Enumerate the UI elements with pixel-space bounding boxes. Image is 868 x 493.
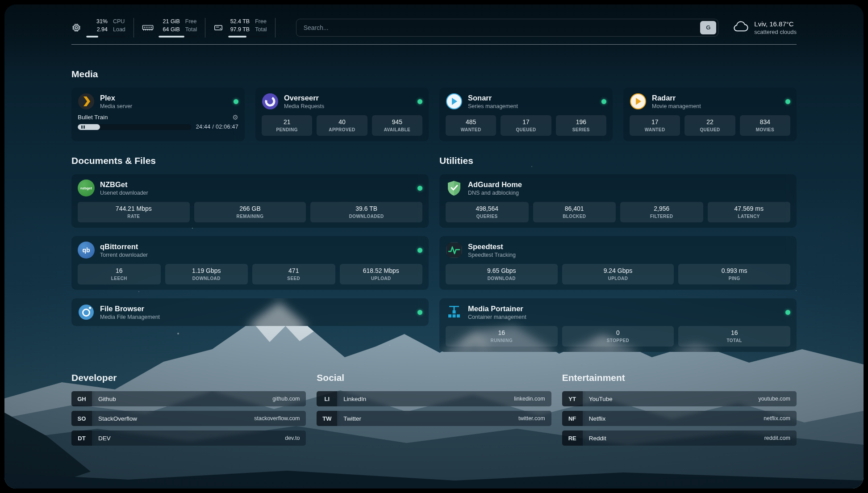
bookmark-row-twitter[interactable]: TW Twittertwitter.com — [317, 411, 551, 426]
weather-condition: scattered clouds — [754, 29, 797, 35]
service-subtitle: Movie management — [652, 103, 701, 109]
bookmark-name: Github — [98, 396, 116, 402]
bookmark-row-linkedin[interactable]: LI LinkedInlinkedin.com — [317, 391, 551, 406]
section-title-documents: Documents & Files — [71, 155, 429, 167]
stat-box: 485WANTED — [446, 115, 496, 136]
service-title: qBittorrent — [100, 242, 148, 251]
github-icon: GH — [71, 391, 92, 406]
service-card-qbittorrent[interactable]: qb qBittorrent Torrent downloader 16LEEC… — [71, 236, 429, 290]
disk-total: 97.9 TB — [228, 26, 250, 33]
filebrowser-icon — [78, 304, 95, 321]
bookmark-row-github[interactable]: GH Githubgithub.com — [71, 391, 306, 406]
service-subtitle: Usenet downloader — [100, 190, 148, 196]
service-card-overseerr[interactable]: Overseerr Media Requests 21PENDING 40APP… — [255, 88, 429, 141]
service-title: Overseerr — [284, 93, 324, 102]
stat-box: 2,956FILTERED — [620, 202, 703, 222]
memory-usage-fill — [159, 36, 184, 38]
bookmark-row-reddit[interactable]: RE Redditreddit.com — [562, 430, 797, 446]
bookmark-name: LinkedIn — [343, 396, 366, 402]
weather-text: Lviv, 16.87°C scattered clouds — [754, 20, 797, 35]
bookmark-group-social: Social LI LinkedInlinkedin.com TW Twitte… — [317, 372, 551, 446]
weather-widget: Lviv, 16.87°C scattered clouds — [731, 20, 797, 35]
memory-usage-bar — [159, 36, 197, 38]
service-stats: 485WANTED 17QUEUED 196SERIES — [446, 115, 606, 136]
stat-box: 16LEECH — [78, 264, 161, 284]
cpu-label: CPU — [113, 18, 125, 25]
bookmark-row-stackoverflow[interactable]: SO StackOverflowstackoverflow.com — [71, 411, 306, 426]
bookmark-url: dev.to — [285, 435, 300, 441]
service-subtitle: Container management — [468, 314, 526, 320]
service-card-sonarr[interactable]: Sonarr Series management 485WANTED 17QUE… — [439, 88, 613, 141]
search-engine-button[interactable]: G — [700, 21, 716, 34]
service-card-nzbget[interactable]: nzbget NZBGet Usenet downloader 744.21 M… — [71, 174, 429, 228]
stat-box: 9.24 GbpsUPLOAD — [562, 264, 674, 284]
service-subtitle: Series management — [468, 103, 518, 109]
bookmark-name: Netflix — [589, 415, 606, 422]
weather-location: Lviv, 16.87°C — [754, 20, 797, 28]
bookmark-row-dev[interactable]: DT DEVdev.to — [71, 430, 306, 446]
qbittorrent-icon: qb — [78, 242, 95, 259]
section-title-utilities: Utilities — [439, 155, 797, 167]
status-dot — [417, 186, 422, 191]
cpu-icon — [71, 23, 81, 33]
service-subtitle: DNS and adblocking — [468, 190, 522, 196]
bookmark-url: netflix.com — [764, 415, 790, 422]
bookmark-url: linkedin.com — [514, 396, 545, 402]
stat-box: 744.21 MbpsRATE — [78, 202, 190, 222]
service-card-speedtest[interactable]: Speedtest Speedtest Tracking 9.65 GbpsDO… — [439, 236, 797, 290]
service-stats: 9.65 GbpsDOWNLOAD 9.24 GbpsUPLOAD 0.993 … — [446, 264, 790, 284]
service-card-portainer[interactable]: Media Portainer Container management 16R… — [439, 298, 797, 352]
service-card-plex[interactable]: Plex Media server Bullet Train ⚙ — [71, 88, 245, 141]
stat-box: 16TOTAL — [678, 326, 790, 347]
service-title: Radarr — [652, 93, 701, 102]
bookmark-name: YouTube — [589, 396, 613, 402]
service-stats: 17WANTED 22QUEUED 834MOVIES — [630, 115, 790, 136]
bookmark-url: youtube.com — [758, 396, 790, 402]
bookmark-row-youtube[interactable]: YT YouTubeyoutube.com — [562, 391, 797, 406]
settings-gear-icon[interactable]: ⚙ — [233, 114, 238, 121]
service-title: Plex — [100, 93, 132, 102]
bookmark-name: StackOverflow — [98, 415, 137, 422]
service-title: Sonarr — [468, 93, 518, 102]
stat-box: 945AVAILABLE — [372, 115, 422, 136]
service-subtitle: Speedtest Tracking — [468, 252, 516, 258]
search-input[interactable] — [296, 19, 719, 37]
service-card-adguard[interactable]: AdGuard Home DNS and adblocking 498,564Q… — [439, 174, 797, 228]
bookmark-name: Twitter — [343, 415, 361, 422]
search-bar: G — [296, 19, 719, 37]
stat-box: 266 GBREMAINING — [194, 202, 306, 222]
status-dot — [417, 248, 422, 253]
disk-usage-fill — [228, 36, 246, 38]
stat-box: 196SERIES — [556, 115, 606, 136]
status-dot — [234, 99, 238, 104]
bookmark-url: reddit.com — [764, 435, 790, 441]
stat-box: 22QUEUED — [684, 115, 735, 136]
cpu-load-label: Load — [113, 26, 125, 33]
stat-box: 498,564QUERIES — [446, 202, 529, 222]
disk-free: 52.4 TB — [228, 18, 250, 25]
stat-box: 86,401BLOCKED — [533, 202, 616, 222]
service-title: File Browser — [100, 304, 160, 313]
service-card-filebrowser[interactable]: File Browser Media File Management — [71, 298, 429, 326]
bookmark-url: twitter.com — [518, 415, 545, 422]
now-playing-title: Bullet Train — [78, 114, 108, 121]
stackoverflow-icon: SO — [71, 411, 92, 426]
bookmark-row-netflix[interactable]: NF Netflixnetflix.com — [562, 411, 797, 426]
pause-icon[interactable] — [81, 125, 85, 129]
service-title: Media Portainer — [468, 304, 526, 313]
reddit-icon: RE — [562, 430, 583, 446]
media-grid: Plex Media server Bullet Train ⚙ — [71, 88, 797, 141]
service-card-radarr[interactable]: Radarr Movie management 17WANTED 22QUEUE… — [623, 88, 797, 141]
radarr-icon — [630, 93, 647, 110]
memory-free: 21 GiB — [159, 18, 180, 25]
cloud-icon — [731, 20, 749, 35]
service-subtitle: Media server — [100, 103, 132, 109]
service-stats: 16RUNNING 0STOPPED 16TOTAL — [446, 326, 790, 347]
playback-progress-bar[interactable] — [78, 124, 192, 130]
cpu-usage-bar — [86, 36, 125, 38]
netflix-icon: NF — [562, 411, 583, 426]
bookmark-url: github.com — [272, 396, 300, 402]
service-subtitle: Media Requests — [284, 103, 324, 109]
stat-box: 618.52 MbpsUPLOAD — [340, 264, 423, 284]
memory-total-label: Total — [185, 26, 197, 33]
